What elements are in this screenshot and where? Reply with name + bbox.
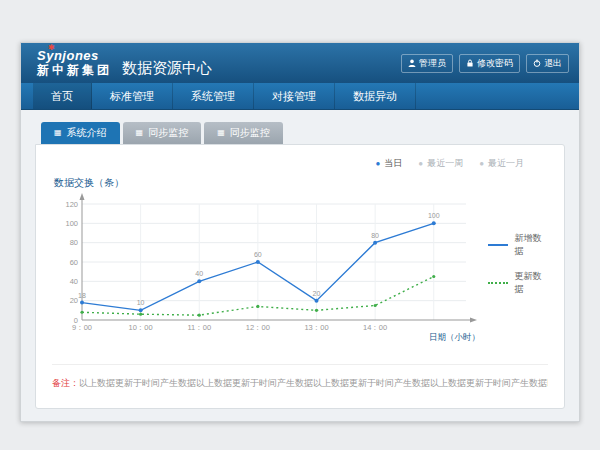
legend-label: 最近一周	[427, 157, 463, 170]
tab-sync-monitor-1[interactable]: ▦ 同步监控	[123, 122, 202, 144]
app-window: Synjones ✱ 新中新集团 数据资源中心 管理员 修改密码	[20, 42, 580, 422]
data-point	[373, 241, 377, 245]
legend-dot-icon: ●	[375, 160, 380, 168]
y-tick-label: 80	[70, 238, 78, 247]
app-header: Synjones ✱ 新中新集团 数据资源中心 管理员 修改密码	[21, 43, 579, 83]
point-label: 40	[195, 270, 203, 277]
lock-icon	[466, 59, 474, 67]
nav-item-standard-mgmt[interactable]: 标准管理	[92, 83, 173, 109]
logout-button[interactable]: 退出	[526, 54, 569, 73]
legend-item-today[interactable]: ● 当日	[375, 157, 402, 170]
data-point	[139, 308, 143, 312]
desktop-background: Synjones ✱ 新中新集团 数据资源中心 管理员 修改密码	[0, 0, 600, 450]
content-area: ▦ 系统介绍 ▦ 同步监控 ▦ 同步监控 ● 当日	[21, 110, 579, 421]
logo-text-cn: 新中新集团	[37, 64, 112, 77]
page-title: 数据资源中心	[122, 59, 212, 83]
note-text: 以上数据更新于时间产生数据以上数据更新于时间产生数据以上数据更新于时间产生数据以…	[79, 378, 548, 388]
dotted-line-sample-icon	[488, 282, 508, 284]
tab-sync-monitor-2[interactable]: ▦ 同步监控	[204, 122, 283, 144]
chart-legend-right: 新增数据 更新数据	[488, 232, 548, 296]
x-tick-label: 13：00	[304, 323, 328, 332]
legend-dot-icon: ●	[418, 160, 423, 168]
point-label: 80	[371, 232, 379, 239]
legend-item-last-week[interactable]: ● 最近一周	[418, 157, 463, 170]
tab-system-intro[interactable]: ▦ 系统介绍	[41, 122, 120, 144]
admin-user-button[interactable]: 管理员	[401, 54, 453, 73]
data-point	[432, 275, 435, 278]
x-tick-label: 9：00	[72, 323, 92, 332]
point-label: 60	[254, 251, 262, 258]
solid-line-sample-icon	[488, 244, 508, 246]
grid-icon: ▦	[136, 129, 144, 137]
header-actions: 管理员 修改密码 退出	[401, 54, 569, 73]
y-tick-label: 20	[70, 296, 78, 305]
y-axis-title: 数据交换（条）	[54, 176, 548, 190]
y-tick-label: 100	[65, 219, 78, 228]
grid-icon: ▦	[54, 129, 62, 137]
legend-item-last-month[interactable]: ● 最近一月	[479, 157, 524, 170]
nav-item-data-change[interactable]: 数据异动	[335, 83, 416, 109]
chart-legend-top: ● 当日 ● 最近一周 ● 最近一月	[52, 157, 524, 170]
data-point	[80, 301, 84, 305]
x-tick-label: 11：00	[187, 323, 211, 332]
y-tick-label: 40	[70, 277, 78, 286]
x-tick-label: 14：00	[363, 323, 387, 332]
power-icon	[533, 59, 541, 67]
tab-label: 同步监控	[230, 126, 270, 140]
logout-label: 退出	[544, 57, 562, 70]
x-axis-arrow-icon	[470, 318, 477, 323]
x-axis-title: 日期（小时）	[429, 332, 480, 342]
legend-dot-icon: ●	[479, 160, 484, 168]
change-password-button[interactable]: 修改密码	[459, 54, 520, 73]
data-point	[139, 313, 142, 316]
x-tick-label: 12：00	[246, 323, 270, 332]
legend-label: 新增数据	[514, 232, 548, 258]
logo-star-icon: ✱	[48, 44, 55, 53]
data-point	[256, 305, 259, 308]
user-icon	[408, 59, 416, 67]
point-label: 100	[428, 212, 440, 219]
admin-user-label: 管理员	[419, 57, 446, 70]
data-point	[315, 299, 319, 303]
data-point	[80, 311, 83, 314]
data-point	[374, 304, 377, 307]
nav-item-home[interactable]: 首页	[33, 83, 92, 109]
legend-label: 最近一月	[488, 157, 524, 170]
nav-item-connection-mgmt[interactable]: 对接管理	[254, 83, 335, 109]
data-point	[198, 314, 201, 317]
content-panel: ● 当日 ● 最近一周 ● 最近一月 数据交换（条） 0204060801001…	[35, 144, 565, 409]
tab-label: 系统介绍	[67, 126, 107, 140]
tab-bar: ▦ 系统介绍 ▦ 同步监控 ▦ 同步监控	[41, 122, 565, 144]
data-point	[432, 221, 436, 225]
legend-label: 更新数据	[514, 270, 548, 296]
tab-label: 同步监控	[148, 126, 188, 140]
line-chart: 0204060801001209：0010：0011：0012：0013：001…	[52, 192, 482, 342]
point-label: 20	[313, 290, 321, 297]
footer-note: 备注：以上数据更新于时间产生数据以上数据更新于时间产生数据以上数据更新于时间产生…	[52, 364, 548, 390]
legend-item-updated-data[interactable]: 更新数据	[488, 270, 548, 296]
grid-icon: ▦	[217, 129, 225, 137]
data-point	[256, 260, 260, 264]
point-label: 18	[78, 292, 86, 299]
brand-logo: Synjones ✱ 新中新集团	[37, 49, 112, 76]
y-axis-arrow-icon	[80, 193, 85, 200]
legend-item-new-data[interactable]: 新增数据	[488, 232, 548, 258]
change-password-label: 修改密码	[477, 57, 513, 70]
note-label: 备注：	[52, 378, 79, 388]
legend-label: 当日	[384, 157, 402, 170]
chart-row: 0204060801001209：0010：0011：0012：0013：001…	[52, 192, 548, 342]
point-label: 10	[137, 299, 145, 306]
data-point	[197, 279, 201, 283]
data-point	[315, 309, 318, 312]
x-tick-label: 10：00	[129, 323, 153, 332]
nav-item-system-mgmt[interactable]: 系统管理	[173, 83, 254, 109]
y-tick-label: 60	[70, 258, 78, 267]
y-tick-label: 120	[65, 200, 78, 209]
main-nav: 首页 标准管理 系统管理 对接管理 数据异动	[21, 83, 579, 110]
